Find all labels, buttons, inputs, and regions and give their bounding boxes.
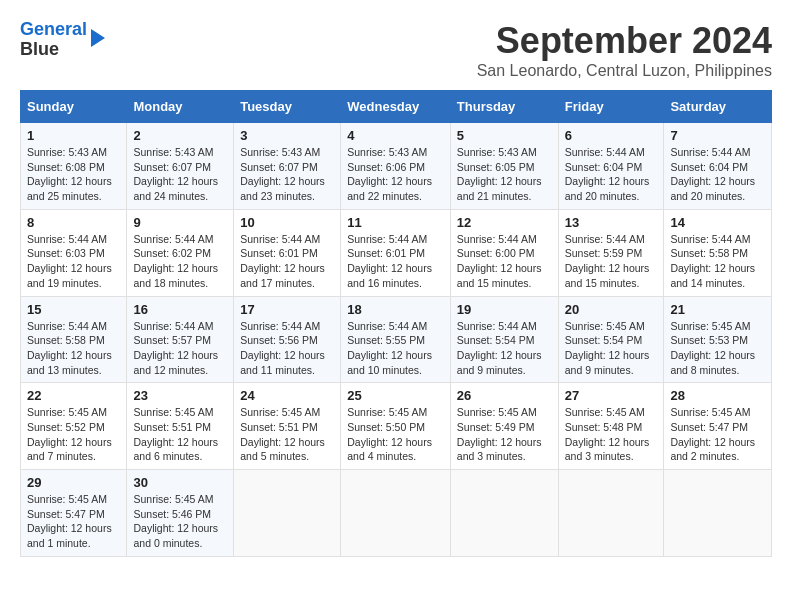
logo-arrow-icon [91, 29, 105, 47]
calendar-day: 18Sunrise: 5:44 AM Sunset: 5:55 PM Dayli… [341, 296, 451, 383]
calendar-day: 5Sunrise: 5:43 AM Sunset: 6:05 PM Daylig… [450, 123, 558, 210]
calendar-week-row: 29Sunrise: 5:45 AM Sunset: 5:47 PM Dayli… [21, 470, 772, 557]
day-info: Sunrise: 5:45 AM Sunset: 5:52 PM Dayligh… [27, 406, 112, 462]
calendar-day: 19Sunrise: 5:44 AM Sunset: 5:54 PM Dayli… [450, 296, 558, 383]
page-header: GeneralBlue September 2024 San Leonardo,… [20, 20, 772, 80]
day-info: Sunrise: 5:45 AM Sunset: 5:50 PM Dayligh… [347, 406, 432, 462]
logo-text: GeneralBlue [20, 20, 87, 60]
day-info: Sunrise: 5:44 AM Sunset: 5:55 PM Dayligh… [347, 320, 432, 376]
day-info: Sunrise: 5:44 AM Sunset: 5:56 PM Dayligh… [240, 320, 325, 376]
day-number: 22 [27, 388, 120, 403]
header-saturday: Saturday [664, 91, 772, 123]
day-info: Sunrise: 5:44 AM Sunset: 6:04 PM Dayligh… [565, 146, 650, 202]
day-info: Sunrise: 5:43 AM Sunset: 6:05 PM Dayligh… [457, 146, 542, 202]
day-number: 24 [240, 388, 334, 403]
day-number: 16 [133, 302, 227, 317]
calendar-day: 10Sunrise: 5:44 AM Sunset: 6:01 PM Dayli… [234, 209, 341, 296]
header-thursday: Thursday [450, 91, 558, 123]
day-number: 6 [565, 128, 658, 143]
calendar-header-row: SundayMondayTuesdayWednesdayThursdayFrid… [21, 91, 772, 123]
day-number: 30 [133, 475, 227, 490]
day-number: 27 [565, 388, 658, 403]
day-number: 13 [565, 215, 658, 230]
calendar-empty [558, 470, 664, 557]
calendar-day: 1Sunrise: 5:43 AM Sunset: 6:08 PM Daylig… [21, 123, 127, 210]
day-info: Sunrise: 5:45 AM Sunset: 5:53 PM Dayligh… [670, 320, 755, 376]
day-info: Sunrise: 5:44 AM Sunset: 6:00 PM Dayligh… [457, 233, 542, 289]
calendar-empty [450, 470, 558, 557]
day-number: 23 [133, 388, 227, 403]
day-number: 3 [240, 128, 334, 143]
calendar-day: 25Sunrise: 5:45 AM Sunset: 5:50 PM Dayli… [341, 383, 451, 470]
day-number: 5 [457, 128, 552, 143]
calendar-empty [234, 470, 341, 557]
day-info: Sunrise: 5:44 AM Sunset: 6:01 PM Dayligh… [240, 233, 325, 289]
title-block: September 2024 San Leonardo, Central Luz… [477, 20, 772, 80]
calendar-day: 30Sunrise: 5:45 AM Sunset: 5:46 PM Dayli… [127, 470, 234, 557]
calendar-day: 2Sunrise: 5:43 AM Sunset: 6:07 PM Daylig… [127, 123, 234, 210]
day-info: Sunrise: 5:45 AM Sunset: 5:48 PM Dayligh… [565, 406, 650, 462]
day-number: 2 [133, 128, 227, 143]
calendar-day: 12Sunrise: 5:44 AM Sunset: 6:00 PM Dayli… [450, 209, 558, 296]
day-info: Sunrise: 5:45 AM Sunset: 5:51 PM Dayligh… [240, 406, 325, 462]
calendar-day: 20Sunrise: 5:45 AM Sunset: 5:54 PM Dayli… [558, 296, 664, 383]
day-number: 4 [347, 128, 444, 143]
calendar-day: 23Sunrise: 5:45 AM Sunset: 5:51 PM Dayli… [127, 383, 234, 470]
location-title: San Leonardo, Central Luzon, Philippines [477, 62, 772, 80]
day-info: Sunrise: 5:43 AM Sunset: 6:08 PM Dayligh… [27, 146, 112, 202]
calendar-day: 14Sunrise: 5:44 AM Sunset: 5:58 PM Dayli… [664, 209, 772, 296]
day-number: 8 [27, 215, 120, 230]
day-number: 9 [133, 215, 227, 230]
calendar-empty [341, 470, 451, 557]
day-number: 25 [347, 388, 444, 403]
day-info: Sunrise: 5:45 AM Sunset: 5:51 PM Dayligh… [133, 406, 218, 462]
calendar-day: 24Sunrise: 5:45 AM Sunset: 5:51 PM Dayli… [234, 383, 341, 470]
day-info: Sunrise: 5:45 AM Sunset: 5:47 PM Dayligh… [670, 406, 755, 462]
day-number: 17 [240, 302, 334, 317]
calendar-day: 9Sunrise: 5:44 AM Sunset: 6:02 PM Daylig… [127, 209, 234, 296]
day-info: Sunrise: 5:45 AM Sunset: 5:46 PM Dayligh… [133, 493, 218, 549]
calendar-day: 11Sunrise: 5:44 AM Sunset: 6:01 PM Dayli… [341, 209, 451, 296]
day-number: 15 [27, 302, 120, 317]
calendar-week-row: 15Sunrise: 5:44 AM Sunset: 5:58 PM Dayli… [21, 296, 772, 383]
calendar-day: 29Sunrise: 5:45 AM Sunset: 5:47 PM Dayli… [21, 470, 127, 557]
day-number: 26 [457, 388, 552, 403]
day-info: Sunrise: 5:44 AM Sunset: 5:58 PM Dayligh… [670, 233, 755, 289]
day-info: Sunrise: 5:43 AM Sunset: 6:07 PM Dayligh… [133, 146, 218, 202]
day-info: Sunrise: 5:44 AM Sunset: 6:04 PM Dayligh… [670, 146, 755, 202]
calendar-day: 7Sunrise: 5:44 AM Sunset: 6:04 PM Daylig… [664, 123, 772, 210]
header-wednesday: Wednesday [341, 91, 451, 123]
header-sunday: Sunday [21, 91, 127, 123]
day-number: 1 [27, 128, 120, 143]
calendar-table: SundayMondayTuesdayWednesdayThursdayFrid… [20, 90, 772, 557]
day-number: 14 [670, 215, 765, 230]
day-number: 28 [670, 388, 765, 403]
day-number: 18 [347, 302, 444, 317]
calendar-day: 8Sunrise: 5:44 AM Sunset: 6:03 PM Daylig… [21, 209, 127, 296]
day-info: Sunrise: 5:44 AM Sunset: 5:54 PM Dayligh… [457, 320, 542, 376]
calendar-week-row: 22Sunrise: 5:45 AM Sunset: 5:52 PM Dayli… [21, 383, 772, 470]
calendar-day: 27Sunrise: 5:45 AM Sunset: 5:48 PM Dayli… [558, 383, 664, 470]
day-info: Sunrise: 5:43 AM Sunset: 6:07 PM Dayligh… [240, 146, 325, 202]
header-friday: Friday [558, 91, 664, 123]
day-info: Sunrise: 5:45 AM Sunset: 5:54 PM Dayligh… [565, 320, 650, 376]
day-info: Sunrise: 5:44 AM Sunset: 5:58 PM Dayligh… [27, 320, 112, 376]
header-monday: Monday [127, 91, 234, 123]
day-number: 12 [457, 215, 552, 230]
day-info: Sunrise: 5:44 AM Sunset: 6:03 PM Dayligh… [27, 233, 112, 289]
calendar-week-row: 8Sunrise: 5:44 AM Sunset: 6:03 PM Daylig… [21, 209, 772, 296]
day-info: Sunrise: 5:44 AM Sunset: 6:02 PM Dayligh… [133, 233, 218, 289]
calendar-day: 16Sunrise: 5:44 AM Sunset: 5:57 PM Dayli… [127, 296, 234, 383]
calendar-week-row: 1Sunrise: 5:43 AM Sunset: 6:08 PM Daylig… [21, 123, 772, 210]
logo: GeneralBlue [20, 20, 105, 60]
day-number: 10 [240, 215, 334, 230]
calendar-day: 28Sunrise: 5:45 AM Sunset: 5:47 PM Dayli… [664, 383, 772, 470]
calendar-day: 4Sunrise: 5:43 AM Sunset: 6:06 PM Daylig… [341, 123, 451, 210]
day-number: 19 [457, 302, 552, 317]
day-info: Sunrise: 5:44 AM Sunset: 5:57 PM Dayligh… [133, 320, 218, 376]
day-number: 29 [27, 475, 120, 490]
day-info: Sunrise: 5:45 AM Sunset: 5:49 PM Dayligh… [457, 406, 542, 462]
day-number: 7 [670, 128, 765, 143]
calendar-day: 26Sunrise: 5:45 AM Sunset: 5:49 PM Dayli… [450, 383, 558, 470]
calendar-day: 21Sunrise: 5:45 AM Sunset: 5:53 PM Dayli… [664, 296, 772, 383]
